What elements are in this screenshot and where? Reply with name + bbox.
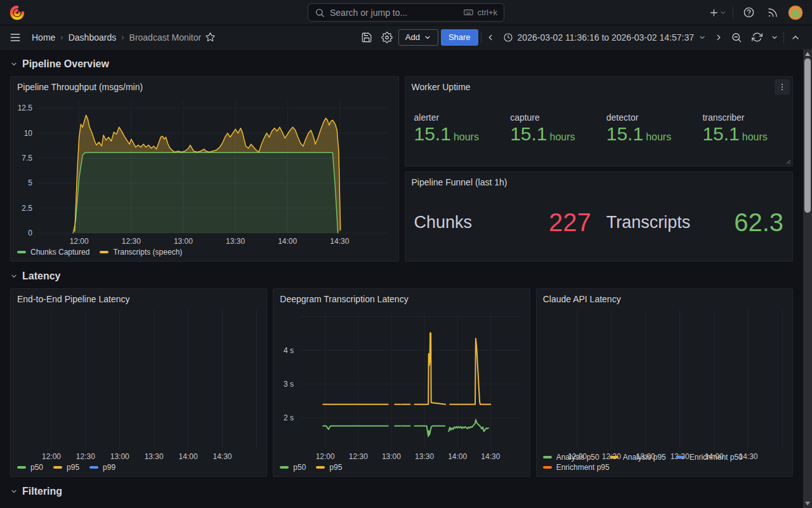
stat-value: 15.1hours (702, 124, 791, 144)
add-panel-button[interactable]: Add (398, 29, 438, 46)
dashboard-settings-button[interactable] (378, 29, 396, 46)
share-button[interactable]: Share (441, 29, 478, 46)
time-range-picker[interactable]: 2026-03-02 11:36:16 to 2026-03-02 14:57:… (499, 29, 710, 46)
svg-text:10: 10 (24, 129, 33, 138)
time-back-button[interactable] (484, 29, 497, 46)
funnel-stat: Transcripts62.3 (606, 210, 783, 235)
menu-toggle-button[interactable] (6, 29, 24, 46)
row-header-latency[interactable]: Latency (10, 271, 793, 282)
resize-handle[interactable] (785, 158, 791, 164)
svg-text:14:30: 14:30 (481, 452, 501, 461)
stat-name: alerter (414, 112, 503, 123)
legend-item[interactable]: p50 (17, 463, 43, 472)
panel-title[interactable]: End-to-End Pipeline Latency (11, 289, 266, 305)
legend-series-label: Analysis p95 (623, 453, 666, 462)
save-dashboard-button[interactable] (358, 29, 376, 46)
legend-series-color (676, 456, 685, 458)
legend-series-color (100, 251, 108, 253)
chevron-down-icon (10, 272, 18, 280)
e2e-latency-chart: 12:0012:3013:0013:3014:0014:30 (11, 305, 266, 462)
grafana-dashboard: { "topnav": { "search_placeholder": "Sea… (0, 0, 812, 508)
svg-text:13:30: 13:30 (145, 452, 164, 461)
gear-icon (381, 32, 393, 43)
divider (733, 7, 733, 18)
panel-menu-button[interactable] (775, 79, 790, 95)
svg-text:12:00: 12:00 (316, 452, 335, 461)
panel-title[interactable]: Claude API Latency (537, 289, 792, 305)
legend-item[interactable]: p95 (53, 463, 79, 472)
grafana-logo[interactable] (9, 4, 25, 21)
search-input[interactable]: Search or jump to... ctrl+k (308, 3, 504, 22)
legend-series-label: Chunks Captured (30, 248, 89, 257)
throughput-chart: 12:0012:3013:0013:3014:0014:3002.557.510… (11, 93, 398, 246)
zoom-out-button[interactable] (728, 29, 745, 46)
svg-text:14:30: 14:30 (213, 452, 232, 461)
breadcrumb-item[interactable]: Dashboards (69, 32, 117, 43)
legend-item[interactable]: Analysis p95 (610, 453, 666, 462)
stat-name: detector (606, 112, 695, 123)
help-button[interactable] (740, 4, 757, 22)
scroll-down-arrow[interactable] (803, 499, 812, 508)
chevron-up-icon (790, 32, 801, 43)
collapse-toolbar-button[interactable] (787, 29, 804, 46)
legend-item[interactable]: p99 (89, 463, 115, 472)
refresh-button[interactable] (748, 29, 766, 46)
breadcrumb-separator: › (60, 32, 63, 42)
new-button[interactable] (709, 4, 726, 22)
chevron-down-icon (771, 34, 778, 41)
legend-series-label: p95 (329, 463, 342, 472)
news-button[interactable] (764, 4, 782, 22)
legend-item[interactable]: Analysis p50 (543, 453, 599, 462)
breadcrumb-separator: › (121, 32, 124, 42)
svg-text:0: 0 (28, 229, 32, 237)
legend-series-label: p95 (67, 463, 79, 472)
stat-unit: hours (742, 131, 768, 142)
svg-text:12:30: 12:30 (122, 237, 141, 246)
scroll-up-arrow[interactable] (803, 50, 812, 58)
svg-text:14:00: 14:00 (179, 452, 198, 461)
search-icon (315, 8, 325, 18)
legend-item[interactable]: Enrichment p95 (543, 463, 610, 472)
breadcrumb-item[interactable]: Home (32, 32, 55, 43)
time-forward-button[interactable] (712, 29, 725, 46)
legend-series-label: Enrichment p95 (556, 463, 610, 472)
panel-title[interactable]: Pipeline Throughput (msgs/min) (11, 77, 398, 93)
kebab-icon (778, 83, 787, 91)
chevron-left-icon (486, 33, 495, 42)
panel-worker-uptime: Worker Uptime alerter15.1hourscapture15.… (405, 76, 794, 166)
user-avatar[interactable] (788, 5, 803, 20)
page-scrollbar[interactable] (803, 50, 812, 508)
legend-item[interactable]: Transcripts (speech) (100, 248, 182, 257)
legend-item[interactable]: p50 (280, 463, 306, 472)
svg-text:12:30: 12:30 (76, 452, 95, 461)
claude-legend: Analysis p50Analysis p95Enrichment p50En… (537, 451, 792, 476)
svg-text:2 s: 2 s (284, 413, 294, 422)
panel-title[interactable]: Deepgram Transcription Latency (273, 289, 529, 305)
svg-text:2.5: 2.5 (22, 204, 32, 213)
funnel-stats: Chunks227Transcripts62.3 (405, 189, 793, 261)
chevron-down-icon (10, 488, 18, 495)
svg-text:7.5: 7.5 (22, 154, 32, 163)
panel-title[interactable]: Pipeline Funnel (last 1h) (405, 172, 793, 189)
uptime-stat: capture15.1hours (502, 112, 599, 144)
scrollbar-thumb[interactable] (804, 58, 811, 213)
refresh-interval-button[interactable] (768, 29, 781, 46)
legend-item[interactable]: p95 (316, 463, 342, 472)
uptime-stat: detector15.1hours (599, 112, 695, 144)
panel-title[interactable]: Worker Uptime (405, 77, 793, 93)
svg-text:5: 5 (28, 178, 32, 187)
dashboard-canvas: Pipeline Overview Pipeline Throughput (m… (0, 50, 803, 508)
favorite-button[interactable] (204, 29, 216, 46)
legend-item[interactable]: Enrichment p50 (676, 453, 743, 462)
svg-text:14:30: 14:30 (330, 237, 349, 246)
svg-text:13:00: 13:00 (110, 452, 129, 461)
help-icon (743, 6, 755, 18)
svg-text:12:00: 12:00 (70, 237, 89, 246)
breadcrumb: Home›Dashboards›Broadcast Monitor (32, 32, 201, 43)
row-header-filtering[interactable]: Filtering (10, 486, 793, 497)
svg-text:12.5: 12.5 (18, 104, 33, 112)
row-header-pipeline-overview[interactable]: Pipeline Overview (10, 58, 793, 70)
breadcrumb-item[interactable]: Broadcast Monitor (129, 32, 202, 43)
top-navigation: Search or jump to... ctrl+k (0, 0, 812, 25)
legend-item[interactable]: Chunks Captured (17, 248, 89, 257)
